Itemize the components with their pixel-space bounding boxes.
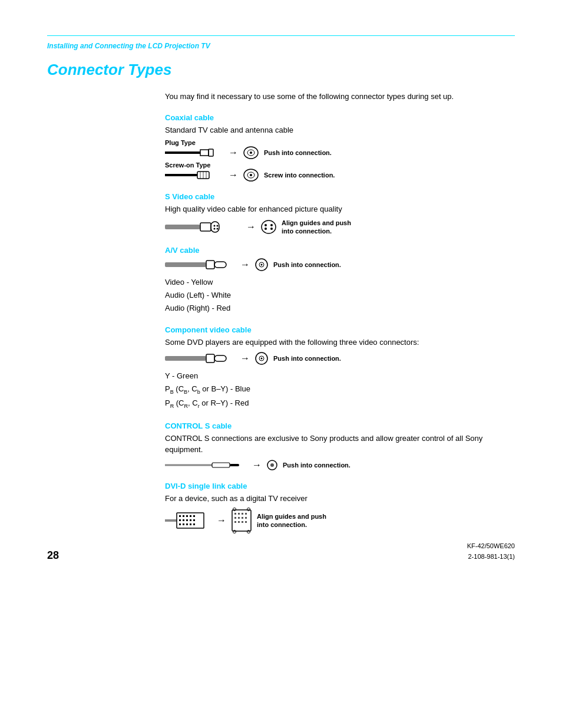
svideo-desc: High quality video cable for enhanced pi… xyxy=(165,203,515,215)
svg-rect-47 xyxy=(186,515,188,517)
svideo-arrow: → xyxy=(246,222,256,232)
svg-rect-51 xyxy=(183,519,184,521)
svg-rect-70 xyxy=(238,521,240,523)
model-number: KF-42/50WE620 2-108-981-13(1) xyxy=(467,541,515,562)
svg-point-18 xyxy=(217,225,219,226)
svg-point-13 xyxy=(250,174,252,176)
svg-rect-53 xyxy=(190,519,191,521)
av-list-item-1: Video - Yellow xyxy=(165,276,515,289)
av-instruction: Push into connection. xyxy=(273,261,341,268)
svg-rect-69 xyxy=(234,521,236,523)
svg-rect-66 xyxy=(238,517,240,519)
svg-point-5 xyxy=(250,151,252,154)
coax-screwon-socket xyxy=(243,169,259,182)
plug-type-label-instruction: Push into connection. xyxy=(264,149,332,156)
component-list-pb: PB (CB, Cb or B–Y) - Blue xyxy=(165,383,515,397)
svg-rect-71 xyxy=(242,521,243,523)
av-list-item-2: Audio (Left) - White xyxy=(165,289,515,302)
svg-rect-14 xyxy=(165,225,200,229)
controls-arrow: → xyxy=(252,460,262,470)
svg-point-24 xyxy=(265,228,267,230)
intro-text: You may find it necessary to use some of… xyxy=(165,91,515,103)
svg-rect-65 xyxy=(234,517,236,519)
svg-rect-68 xyxy=(245,517,247,519)
coax-plug-socket xyxy=(243,146,259,159)
svg-rect-48 xyxy=(190,515,191,517)
svg-rect-49 xyxy=(193,515,195,517)
av-title: A/V cable xyxy=(165,246,515,255)
svg-point-42 xyxy=(270,463,274,467)
svg-rect-26 xyxy=(165,262,206,267)
model-line2: 2-108-981-13(1) xyxy=(467,552,515,562)
svg-rect-59 xyxy=(193,523,195,525)
component-arrow: → xyxy=(240,353,250,364)
av-socket xyxy=(254,258,269,271)
plug-type-arrow: → xyxy=(229,147,238,158)
svg-rect-54 xyxy=(193,519,195,521)
svg-rect-52 xyxy=(186,519,188,521)
dvid-diagram: → xyxy=(165,508,515,533)
svg-rect-40 xyxy=(230,464,239,466)
dvid-title: DVI-D single link cable xyxy=(165,482,515,490)
coaxial-section: Coaxial cable Standard TV cable and ante… xyxy=(165,113,515,182)
svg-rect-28 xyxy=(214,262,226,268)
svg-rect-57 xyxy=(186,523,188,525)
component-section: Component video cable Some DVD players a… xyxy=(165,325,515,410)
svg-point-20 xyxy=(217,228,219,229)
plug-type-diagram: → Push into connection. xyxy=(165,146,515,159)
svg-rect-62 xyxy=(238,513,240,515)
page: Installing and Connecting the LCD Projec… xyxy=(0,0,562,591)
svg-rect-33 xyxy=(206,354,214,363)
component-instruction: Push into connection. xyxy=(273,355,341,362)
coaxial-desc: Standard TV cable and antenna cable xyxy=(165,124,515,136)
controls-cable-svg xyxy=(165,460,247,470)
controls-desc: CONTROL S connections are exclusive to S… xyxy=(165,433,515,456)
coax-screwon-svg xyxy=(165,170,224,180)
av-section: A/V cable → Push into connection. xyxy=(165,246,515,315)
svg-point-23 xyxy=(270,224,273,226)
component-diagram: → Push into connection. xyxy=(165,352,515,365)
svg-rect-64 xyxy=(245,513,247,515)
component-title: Component video cable xyxy=(165,325,515,334)
av-diagram: → Push into connection. xyxy=(165,258,515,271)
screwon-arrow: → xyxy=(229,170,238,180)
av-list: Video - Yellow Audio (Left) - White Audi… xyxy=(165,276,515,315)
controls-instruction: Push into connection. xyxy=(283,462,351,469)
svg-point-19 xyxy=(214,228,216,229)
coaxial-title: Coaxial cable xyxy=(165,113,515,122)
dvid-plug-svg xyxy=(165,509,212,532)
svideo-socket xyxy=(260,219,277,235)
av-cable-svg xyxy=(165,259,236,271)
svg-point-17 xyxy=(214,225,216,226)
coax-plug-svg xyxy=(165,147,224,158)
svideo-diagram: → Align guides and push into connection. xyxy=(165,219,515,236)
dvid-section: DVI-D single link cable For a device, su… xyxy=(165,482,515,534)
svideo-section: S Video cable High quality video cable f… xyxy=(165,192,515,235)
svg-rect-39 xyxy=(212,463,230,467)
svideo-instruction: Align guides and push into connection. xyxy=(282,219,352,236)
svg-rect-16 xyxy=(211,222,219,232)
svg-rect-34 xyxy=(214,355,226,361)
svg-rect-56 xyxy=(183,523,184,525)
svg-rect-50 xyxy=(179,519,181,521)
svg-point-31 xyxy=(261,264,263,266)
page-number: 28 xyxy=(47,549,59,562)
component-list: Y - Green PB (CB, Cb or B–Y) - Blue PR (… xyxy=(165,370,515,411)
screwon-type-diagram: → Screw into connection. xyxy=(165,169,515,182)
svg-rect-46 xyxy=(183,515,184,517)
dvid-socket xyxy=(231,508,252,533)
svg-point-21 xyxy=(262,220,276,233)
dvid-arrow: → xyxy=(217,515,226,526)
component-list-pr: PR (CR, Cr or R–Y) - Red xyxy=(165,397,515,411)
svg-rect-72 xyxy=(245,521,247,523)
svg-point-37 xyxy=(261,357,263,359)
svg-rect-63 xyxy=(242,513,243,515)
top-rule xyxy=(47,35,515,36)
svg-rect-55 xyxy=(179,523,181,525)
svideo-plug-svg xyxy=(165,220,242,233)
svg-rect-32 xyxy=(165,356,206,361)
svg-point-25 xyxy=(270,228,273,230)
component-list-y: Y - Green xyxy=(165,370,515,383)
page-title: Connector Types xyxy=(47,61,515,79)
screwon-instruction: Screw into connection. xyxy=(264,172,335,179)
